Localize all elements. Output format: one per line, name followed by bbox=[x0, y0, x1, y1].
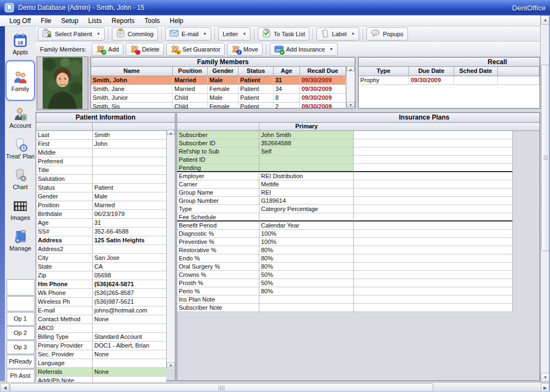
sidebar-op-op-2[interactable]: Op 2 bbox=[7, 326, 35, 340]
menu-item-file[interactable]: File bbox=[36, 16, 56, 26]
patient-info-row[interactable]: Contact MethodNone bbox=[36, 315, 166, 324]
sidebar-op-op-3[interactable]: Op 3 bbox=[7, 340, 35, 354]
sidebar-item-appts[interactable]: 18 Appts bbox=[5, 29, 36, 59]
add-insurance-button[interactable]: + Add Insurance ▼ bbox=[270, 43, 338, 56]
patient-info-row[interactable]: Sec. ProviderNone bbox=[36, 350, 166, 359]
patient-info-row[interactable]: Birthdate06/23/1979 bbox=[36, 210, 166, 219]
family-member-row[interactable]: Smith, JuniorChildMalePatient809/30/2009 bbox=[91, 94, 355, 103]
vertical-scroll-thumb[interactable] bbox=[541, 65, 549, 251]
sidebar-item-manage[interactable]: Manage bbox=[5, 225, 36, 255]
add-family-member-button[interactable]: + Add bbox=[92, 43, 123, 56]
sidebar-empty-slot[interactable] bbox=[7, 296, 35, 311]
insurance-row[interactable]: Group NumberG189614 bbox=[177, 197, 513, 205]
family-members-scrollbar[interactable]: ▲ ▼ bbox=[346, 66, 355, 108]
insurance-row[interactable]: Preventive %100% bbox=[177, 238, 513, 246]
menu-item-reports[interactable]: Reports bbox=[107, 16, 140, 26]
to-task-list-button[interactable]: To Task List bbox=[258, 27, 309, 41]
insurance-row[interactable]: Ins Plan Note bbox=[177, 296, 513, 304]
menu-item-tools[interactable]: Tools bbox=[140, 16, 165, 26]
patient-photo[interactable] bbox=[37, 56, 88, 110]
menu-item-setup[interactable]: Setup bbox=[56, 16, 83, 26]
scroll-left-icon[interactable]: ◀ bbox=[1, 383, 9, 391]
delete-family-member-button[interactable]: ✕ Delete bbox=[126, 43, 164, 56]
letter-dropdown-icon[interactable]: ▼ bbox=[242, 32, 246, 36]
menu-item-help[interactable]: Help bbox=[165, 16, 189, 26]
patient-info-row[interactable]: Salutation bbox=[36, 175, 166, 184]
menu-item-log-off[interactable]: Log Off bbox=[4, 16, 36, 26]
email-button[interactable]: E-mail ▼ bbox=[165, 27, 211, 41]
insurance-row[interactable]: Rel'ship to SubSelf bbox=[177, 147, 513, 156]
scroll-track[interactable] bbox=[167, 135, 175, 362]
family-member-row[interactable]: Smith, JohnMarriedMalePatient3109/30/200… bbox=[91, 76, 355, 85]
insurance-row[interactable]: CarrierMetlife bbox=[177, 180, 513, 189]
family-member-row[interactable]: Smith, JaneMarriedFemalePatient3409/30/2… bbox=[91, 85, 355, 94]
patient-info-row[interactable]: E-mailjohns@hotmail.com bbox=[36, 306, 166, 315]
patient-info-row[interactable]: CitySan Jose bbox=[36, 254, 166, 263]
patient-info-row[interactable]: StatusPatient bbox=[36, 184, 166, 192]
insurance-row[interactable]: Benefit PeriodCalendar Year bbox=[177, 221, 513, 230]
patient-info-row[interactable]: Middle bbox=[36, 149, 166, 157]
patient-info-row[interactable]: PositionMarried bbox=[36, 201, 166, 210]
patient-info-row[interactable]: Primary ProviderDOC1 - Albert, Brian bbox=[36, 342, 166, 350]
set-guarantor-button[interactable]: ★ Set Guarantor bbox=[166, 43, 225, 56]
insurance-row[interactable]: Restorative %80% bbox=[177, 246, 513, 254]
patient-info-row[interactable]: GenderMale bbox=[36, 192, 166, 201]
insurance-row[interactable]: Oral Surgery %80% bbox=[177, 263, 513, 271]
patient-info-row[interactable]: FirstJohn bbox=[36, 140, 166, 149]
recall-row[interactable]: Prophy09/30/2009 bbox=[359, 76, 540, 85]
insurance-row[interactable]: SubscriberJohn Smith bbox=[177, 131, 513, 139]
insurance-row[interactable]: EmployerREI Distribution bbox=[177, 172, 513, 180]
sidebar-item-treat-plan[interactable]: Treat' Plan bbox=[5, 133, 36, 163]
scroll-up-icon[interactable]: ▲ bbox=[347, 66, 355, 71]
patient-info-row[interactable]: Billing TypeStandard Account bbox=[36, 333, 166, 342]
insurance-row[interactable]: Pending bbox=[177, 164, 513, 172]
sidebar-op-ptready[interactable]: PtReady bbox=[7, 355, 35, 368]
insurance-row[interactable]: Fee Schedule bbox=[177, 213, 513, 221]
sidebar-item-account[interactable]: $ Account bbox=[5, 102, 36, 133]
insurance-row[interactable]: Patient ID bbox=[177, 156, 513, 164]
horizontal-scroll-thumb[interactable] bbox=[10, 383, 433, 391]
patient-info-row[interactable]: ReferralsNone bbox=[36, 368, 166, 377]
scroll-up-icon[interactable]: ▲ bbox=[167, 130, 175, 135]
letter-button[interactable]: Letter ▼ bbox=[218, 27, 251, 41]
patient-info-row[interactable]: Address2 bbox=[36, 245, 166, 254]
add-insurance-dropdown-icon[interactable]: ▼ bbox=[330, 47, 333, 51]
patient-info-row[interactable]: Wireless Ph(536)987-5621 bbox=[36, 298, 166, 306]
sidebar-item-images[interactable]: Images bbox=[5, 194, 36, 225]
insurance-row[interactable]: TypeCategory Percentage bbox=[177, 205, 513, 213]
family-member-row[interactable]: Smith, SisChildFemalePatient209/30/2009 bbox=[91, 103, 355, 111]
patient-info-row[interactable]: Language bbox=[36, 359, 166, 368]
move-button[interactable]: i Move bbox=[227, 43, 263, 56]
patient-info-row[interactable]: Address125 Satin Heights bbox=[36, 236, 166, 245]
popups-button[interactable]: Popups bbox=[366, 27, 407, 41]
commlog-button[interactable]: Commlog bbox=[112, 27, 158, 41]
patient-info-row[interactable]: ABC0 bbox=[36, 324, 166, 333]
sidebar-item-family[interactable]: Family bbox=[5, 60, 35, 101]
patient-info-row[interactable]: Hm Phone(536)624-5871 bbox=[36, 280, 166, 289]
scroll-down-icon[interactable]: ▼ bbox=[347, 102, 355, 107]
patient-info-row[interactable]: Title bbox=[36, 166, 166, 175]
select-patient-dropdown-icon[interactable]: ▼ bbox=[97, 32, 100, 36]
insurance-row[interactable]: Crowns %50% bbox=[177, 271, 513, 279]
sidebar-empty-slot[interactable] bbox=[7, 279, 35, 296]
email-dropdown-icon[interactable]: ▼ bbox=[203, 32, 207, 36]
scroll-down-icon[interactable]: ▼ bbox=[167, 362, 175, 367]
patient-info-row[interactable]: SS#352-66-4588 bbox=[36, 228, 166, 236]
insurance-row[interactable]: Perio %80% bbox=[177, 287, 513, 296]
patient-info-row[interactable]: LastSmith bbox=[36, 131, 166, 140]
insurance-row[interactable]: Group NameREI bbox=[177, 189, 513, 197]
insurance-row[interactable]: Prosth %50% bbox=[177, 279, 513, 287]
patient-info-row[interactable]: Age31 bbox=[36, 219, 166, 228]
sidebar-op-op-1[interactable]: Op 1 bbox=[7, 312, 35, 326]
insurance-row[interactable]: Diagnostic %100% bbox=[177, 230, 513, 238]
label-button[interactable]: Label ▼ bbox=[316, 27, 359, 41]
insurance-row[interactable]: Subscriber Note bbox=[177, 304, 513, 312]
patient-info-row[interactable]: StateCA bbox=[36, 263, 166, 271]
menu-item-lists[interactable]: Lists bbox=[83, 16, 107, 26]
patient-info-row[interactable]: Preferred bbox=[36, 157, 166, 166]
sidebar-op-ph-asst[interactable]: Ph Asst bbox=[7, 369, 35, 383]
patient-information-scrollbar[interactable]: ▲ ▼ bbox=[166, 130, 175, 368]
label-dropdown-icon[interactable]: ▼ bbox=[351, 32, 355, 36]
insurance-row[interactable]: Endo %80% bbox=[177, 254, 513, 263]
patient-info-row[interactable]: Zip05698 bbox=[36, 271, 166, 280]
